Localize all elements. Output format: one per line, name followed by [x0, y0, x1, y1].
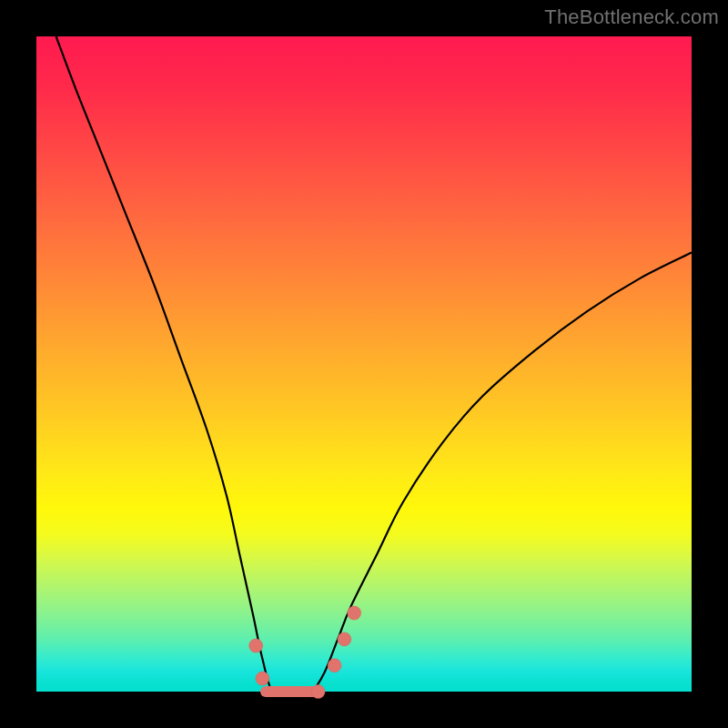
data-marker [328, 659, 341, 672]
data-marker [256, 672, 269, 685]
plot-area [36, 36, 692, 692]
chart-frame: TheBottleneck.com [0, 0, 728, 728]
bottleneck-curve [56, 36, 692, 694]
watermark-text: TheBottleneck.com [544, 5, 719, 29]
data-marker [249, 639, 263, 652]
data-marker [348, 606, 361, 620]
data-marker [311, 685, 325, 699]
data-marker [338, 632, 351, 646]
curve-svg [36, 36, 692, 692]
